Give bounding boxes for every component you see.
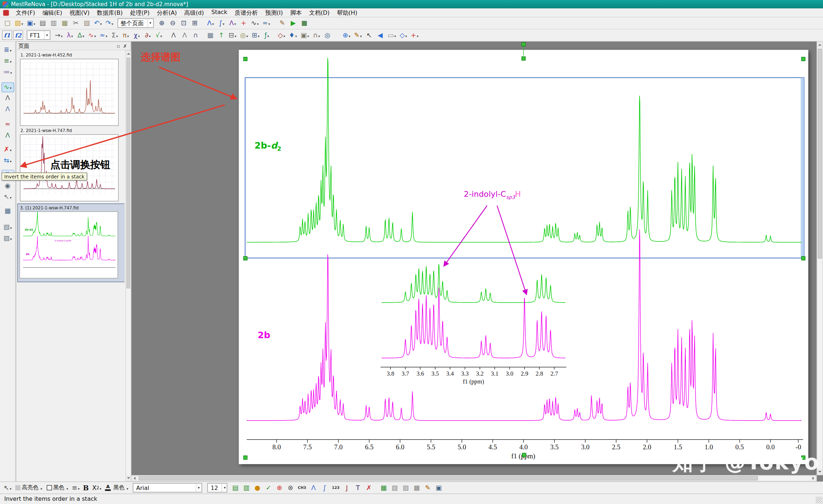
pointer-tool-icon[interactable]: ↖ — [364, 30, 374, 40]
zoom-in-icon[interactable]: ⊕ — [157, 18, 167, 28]
extras-a-icon[interactable]: ▧ — [1, 222, 14, 232]
stack-items-icon[interactable]: ≡ — [1, 56, 14, 66]
multiplet-analysis-icon[interactable]: Λ — [228, 18, 238, 28]
document-page[interactable]: 2b-d2 2b 2-indolyl-Csp3H 8.07.57.06.56.0… — [239, 50, 808, 464]
annotation-label[interactable]: 2-indolyl-Csp3H — [464, 189, 521, 200]
zoom-region-icon[interactable]: ⊡ — [179, 18, 189, 28]
swap-items-icon[interactable]: ⇆ — [1, 156, 14, 166]
menu-item-2[interactable]: 视图(V) — [66, 8, 93, 17]
zoom-out-icon[interactable]: ⊖ — [167, 18, 178, 28]
bold-button[interactable]: B — [81, 482, 90, 493]
fill-style-icon[interactable]: ▧ — [390, 482, 400, 493]
extras-b-icon[interactable]: ▨ — [1, 233, 14, 244]
crosshair-icon[interactable]: + — [238, 18, 249, 28]
menu-item-8[interactable]: 质谱分析 — [231, 8, 262, 17]
superimpose-icon[interactable]: ≈ — [1, 119, 14, 130]
line-style-icon[interactable]: ≡ — [70, 482, 81, 493]
inset-trace-2b[interactable] — [382, 288, 565, 358]
save-document-icon[interactable]: ▣ — [25, 18, 37, 28]
select-stack-tool-icon[interactable]: ↖ — [1, 192, 14, 202]
f1-button[interactable]: f1 — [2, 31, 12, 40]
line-fitting-icon[interactable]: Λ — [179, 30, 190, 40]
clear-formatting-icon[interactable]: ✗ — [364, 482, 374, 493]
script-editor-icon[interactable]: ✎ — [277, 18, 287, 28]
canvas-vertical-scrollbar[interactable] — [817, 41, 823, 475]
font-color-button[interactable]: A 黑色 — [103, 482, 130, 493]
stack-spacing-icon[interactable]: ≔ — [1, 67, 14, 77]
stop-script-icon[interactable]: ■ — [299, 18, 310, 28]
hatch-style-icon[interactable]: ▨ — [400, 482, 411, 493]
apply-to-all-icon[interactable]: Λ — [1, 131, 14, 141]
page-thumbnail-1[interactable]: 1. 2021-1-wsw-H.452.fid — [19, 53, 124, 126]
delete-item-icon[interactable]: ✗ — [1, 145, 14, 155]
integral-labels-icon[interactable]: ∫ — [319, 482, 330, 493]
stack-table-icon[interactable]: ▦ — [1, 206, 14, 216]
processing-template-icon[interactable]: → — [53, 30, 64, 40]
atom-numbering-icon[interactable]: 123 — [330, 482, 341, 493]
inset-trace-2b-d2[interactable] — [382, 264, 565, 303]
molecule-tools-icon[interactable]: ◇ — [276, 30, 287, 40]
new-document-icon[interactable]: ▢ — [2, 18, 13, 28]
run-script-icon[interactable]: ▶ — [288, 18, 298, 28]
function-editor-icon[interactable]: ƒ — [261, 30, 272, 40]
spectrum-label-2b-d2[interactable]: 2b-d2 — [255, 140, 281, 152]
peak-region-icon[interactable]: ∩ — [311, 30, 321, 40]
menu-item-4[interactable]: 处理(P) — [126, 8, 153, 17]
menu-item-6[interactable]: 高级(d) — [181, 8, 208, 17]
apodization-icon[interactable]: λ — [65, 30, 75, 40]
zoom-combo[interactable]: 整个页面 — [117, 18, 154, 28]
menu-item-12[interactable]: 帮助(H) — [333, 8, 361, 17]
phase-tool-icon[interactable]: ∿ — [249, 18, 260, 28]
menu-item-0[interactable]: 文件(F) — [12, 8, 39, 17]
report-copy-icon[interactable]: ▥ — [241, 482, 252, 493]
spectrum-trace-2b-d2[interactable] — [247, 58, 801, 242]
print-preview-icon[interactable]: ▥ — [48, 18, 59, 28]
symmetrize-icon[interactable]: π — [121, 30, 131, 40]
clipboard-tools-icon[interactable]: ▣ — [299, 30, 311, 40]
upload-data-icon[interactable]: ↑ — [216, 30, 226, 40]
selection-pointer-icon[interactable]: ↖ — [2, 482, 13, 493]
report-template-icon[interactable]: ▤ — [230, 482, 240, 493]
shapes-tool-icon[interactable]: ◇ — [398, 30, 409, 40]
title-tool-icon[interactable]: T — [353, 482, 363, 493]
data-table-icon[interactable]: ▦ — [205, 30, 215, 40]
baseline-correction-icon[interactable]: ≈ — [98, 30, 109, 40]
perspective-icon[interactable]: Λ — [1, 104, 14, 114]
paste-icon[interactable]: ▧ — [81, 18, 92, 28]
subscript-button[interactable]: X2 — [91, 482, 103, 493]
timestamp-icon[interactable]: ● — [252, 482, 262, 493]
highlight-color-button[interactable]: 高亮色 — [13, 482, 44, 493]
stacked-plot-mode-icon[interactable]: ∿ — [1, 82, 14, 92]
annotation-tools-icon[interactable]: ✎ — [352, 30, 363, 40]
validate-icon[interactable]: ✓ — [263, 482, 274, 493]
menu-item-3[interactable]: 数据库(B) — [93, 8, 126, 17]
prediction-icon[interactable]: ♦ — [287, 30, 298, 40]
close-panel-button[interactable]: ✗ — [121, 43, 129, 49]
eraser-tool-icon[interactable]: ▭ — [386, 30, 397, 40]
page-thumbnail-3[interactable]: 3. (1) 2021-1-wsw-H.747.fid2b-d22b2-indo… — [18, 204, 125, 282]
ch3-tool-icon[interactable]: CH3 — [296, 482, 308, 493]
resize-grip[interactable] — [816, 497, 823, 504]
integration-icon[interactable]: ∫ — [216, 18, 227, 28]
show-hide-item-icon[interactable]: ◉ — [1, 181, 14, 191]
edit-text-icon[interactable]: ✎ — [422, 482, 433, 493]
line-color-button[interactable]: 黑色 — [44, 482, 70, 493]
setup-stacked-icon[interactable]: ≣ — [1, 45, 14, 55]
peak-picking-icon[interactable]: Λ — [205, 18, 216, 28]
grid-style-icon[interactable]: ▩ — [412, 482, 422, 493]
verification-icon[interactable]: ◎ — [322, 30, 333, 40]
print-icon[interactable]: ▤ — [37, 18, 48, 28]
menu-item-5[interactable]: 分析(A) — [153, 8, 181, 17]
f2-button[interactable]: f2 — [13, 31, 23, 40]
zero-filling-icon[interactable]: Δ — [76, 30, 86, 40]
compress-icon[interactable]: ⊟ — [227, 30, 238, 40]
add-label-icon[interactable]: ⊕ — [274, 482, 285, 493]
menu-item-1[interactable]: 编辑(E) — [39, 8, 66, 17]
fit-to-page-icon[interactable]: ⊞ — [190, 18, 200, 28]
referencing-icon[interactable]: χ — [131, 30, 142, 40]
remove-label-icon[interactable]: ⊗ — [285, 482, 296, 493]
pages-panel-scrollbar[interactable] — [125, 50, 131, 481]
menu-item-11[interactable]: 文档(D) — [305, 8, 333, 17]
j-coupling-list-icon[interactable]: J — [342, 482, 352, 493]
spectrum-label-2b[interactable]: 2b — [258, 330, 270, 340]
